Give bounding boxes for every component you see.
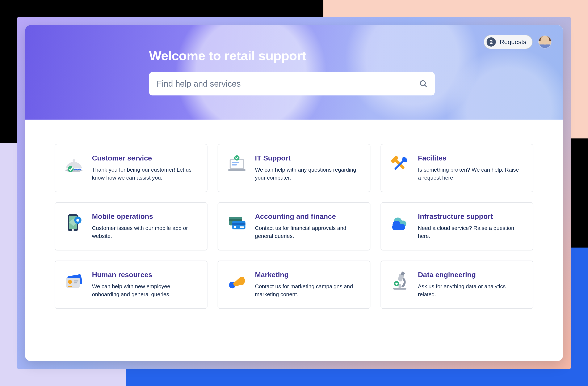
card-desc: Thank you for being our customer! Let us… — [92, 166, 197, 182]
requests-button[interactable]: 2 Requests — [484, 35, 533, 49]
cloud-icon — [389, 212, 410, 233]
svg-point-35 — [396, 283, 398, 285]
card-title: Facilites — [418, 154, 523, 162]
card-title: IT Support — [255, 154, 360, 162]
card-human-resources[interactable]: Human resources We can help with new emp… — [55, 261, 208, 309]
card-desc: We can help with new employee onboarding… — [92, 283, 197, 298]
card-customer-service[interactable]: Customer service Thank you for being our… — [55, 144, 208, 192]
search-icon[interactable] — [419, 79, 428, 88]
card-desc: Is something broken? We can help. Raise … — [418, 166, 523, 182]
card-infrastructure-support[interactable]: Infrastructure support Need a cloud serv… — [380, 202, 533, 251]
svg-point-3 — [73, 159, 75, 162]
svg-rect-24 — [240, 226, 244, 228]
svg-rect-9 — [232, 164, 237, 165]
card-title: Marketing — [255, 270, 360, 279]
content-body: Customer service Thank you for being our… — [25, 119, 563, 361]
requests-label: Requests — [500, 39, 526, 45]
hero: 2 Requests Welcome to retail support — [25, 25, 563, 119]
cloche-check-icon — [63, 154, 84, 175]
svg-point-23 — [233, 226, 236, 229]
card-accounting-finance[interactable]: Accounting and finance Contact us for fi… — [218, 202, 370, 251]
card-desc: Contact us for marketing campaigns and m… — [255, 283, 360, 298]
id-card-icon — [63, 270, 84, 292]
svg-rect-26 — [66, 278, 80, 288]
requests-count-badge: 2 — [486, 37, 496, 47]
svg-rect-29 — [74, 282, 77, 283]
svg-point-16 — [72, 229, 74, 231]
svg-rect-7 — [228, 169, 245, 171]
svg-point-27 — [68, 280, 72, 284]
mobile-map-icon — [63, 212, 84, 233]
card-mobile-operations[interactable]: Mobile operations Customer issues with o… — [55, 202, 208, 251]
svg-rect-22 — [232, 223, 246, 225]
svg-point-18 — [76, 219, 79, 222]
search-input[interactable] — [149, 72, 435, 96]
app-window: 2 Requests Welcome to retail support — [25, 25, 563, 361]
card-it-support[interactable]: IT Support We can help with any question… — [218, 144, 370, 192]
avatar[interactable] — [538, 36, 551, 48]
card-title: Human resources — [92, 270, 197, 279]
card-title: Accounting and finance — [255, 212, 360, 220]
card-marketing[interactable]: Marketing Contact us for marketing campa… — [218, 261, 370, 309]
card-facilities[interactable]: Facilites Is something broken? We can he… — [380, 144, 533, 192]
card-desc: Customer issues with our mobile app or w… — [92, 224, 197, 240]
megaphone-icon — [226, 270, 247, 292]
card-desc: Ask us for anything data or analytics re… — [418, 283, 523, 298]
microscope-icon — [389, 270, 410, 292]
card-desc: Contact us for financial approvals and g… — [255, 224, 360, 240]
tools-icon — [389, 154, 410, 175]
laptop-check-icon — [226, 154, 247, 175]
card-desc: We can help with any questions regarding… — [255, 166, 360, 182]
svg-rect-20 — [229, 219, 242, 221]
svg-rect-8 — [232, 162, 239, 163]
svg-line-1 — [425, 85, 426, 87]
card-title: Infrastructure support — [418, 212, 523, 220]
card-title: Mobile operations — [92, 212, 197, 220]
page-title: Welcome to retail support — [149, 48, 435, 63]
card-data-engineering[interactable]: Data engineering Ask us for anything dat… — [380, 261, 533, 309]
svg-rect-28 — [74, 280, 79, 282]
card-title: Data engineering — [418, 270, 523, 279]
card-title: Customer service — [92, 154, 197, 162]
credit-cards-icon — [226, 212, 247, 233]
card-desc: Need a cloud service? Raise a question h… — [418, 224, 523, 240]
category-grid: Customer service Thank you for being our… — [55, 144, 533, 309]
